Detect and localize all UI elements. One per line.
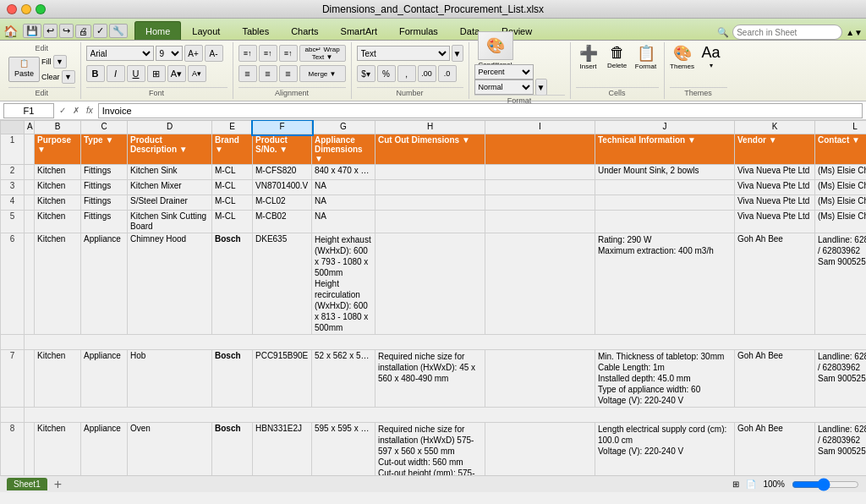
cell-l1[interactable]: Contact ▼	[815, 134, 867, 165]
save-btn[interactable]: 💾	[23, 24, 41, 38]
underline-button[interactable]: U	[127, 65, 145, 82]
font-decrease-btn[interactable]: A-	[205, 45, 223, 62]
border-button[interactable]: ⊞	[147, 65, 166, 82]
cell-a1[interactable]	[25, 134, 35, 165]
col-header-e[interactable]: E	[212, 121, 253, 134]
merge-btn[interactable]: Merge ▼	[299, 65, 346, 82]
align-left-top-btn[interactable]: ≡↑	[238, 45, 257, 62]
tab-charts[interactable]: Charts	[280, 21, 329, 40]
align-right-top-btn[interactable]: ≡↑	[279, 45, 298, 62]
currency-btn[interactable]: $▾	[357, 65, 375, 82]
window-title: Dimensions_and_Contact_Procurement_List.…	[322, 3, 544, 15]
align-center-btn[interactable]: ≡	[259, 65, 277, 82]
close-button[interactable]	[7, 4, 17, 14]
col-header-k[interactable]: K	[735, 121, 815, 134]
table-row: 4 Kitchen Fittings S/Steel Drainer M-CL …	[1, 195, 867, 211]
themes-btn[interactable]: 🎨	[673, 44, 692, 63]
clear-label: Clear	[41, 73, 60, 81]
insert-btn[interactable]: ➕	[579, 44, 598, 63]
fx-icon: fx	[86, 106, 93, 115]
search-input[interactable]	[732, 25, 842, 40]
font-size-select[interactable]: 9	[156, 46, 183, 61]
align-center-top-btn[interactable]: ≡↑	[259, 45, 277, 62]
redo-btn[interactable]: ↪	[59, 24, 74, 38]
page-view-btn[interactable]: 📄	[746, 479, 756, 489]
cell-b1[interactable]: Purpose ▼	[35, 134, 81, 165]
title-bar: Dimensions_and_Contact_Procurement_List.…	[0, 0, 866, 19]
row-num-1[interactable]: 1	[1, 134, 25, 165]
normal-view-btn[interactable]: ⊞	[732, 479, 739, 489]
print-btn[interactable]: 🖨	[75, 25, 91, 38]
formula-bar: F1 ✓ ✗ fx Invoice	[0, 101, 866, 120]
undo-btn[interactable]: ↩	[43, 24, 58, 38]
col-header-a[interactable]: A	[25, 121, 35, 134]
cell-e1[interactable]: Brand ▼	[212, 134, 253, 165]
bold-button[interactable]: B	[86, 65, 105, 82]
percent-format-select[interactable]: Percent	[474, 64, 534, 79]
col-header-j[interactable]: J	[595, 121, 735, 134]
aa-btn[interactable]: Aa	[702, 44, 721, 62]
number-format-select[interactable]: Text	[357, 46, 450, 61]
add-sheet-btn[interactable]: +	[54, 477, 62, 492]
cell-g1[interactable]: Appliance Dimensions ▼	[312, 134, 375, 165]
col-header-l[interactable]: L	[815, 121, 867, 134]
percent-btn[interactable]: %	[377, 65, 396, 82]
col-header-b[interactable]: B	[35, 121, 81, 134]
col-header-c[interactable]: C	[81, 121, 128, 134]
decimal-dec-btn[interactable]: .0	[438, 65, 457, 82]
align-right-btn[interactable]: ≡	[279, 65, 298, 82]
cell-reference-input[interactable]: F1	[3, 103, 54, 118]
highlight-button[interactable]: A▾	[167, 65, 186, 82]
minimize-button[interactable]	[21, 4, 31, 14]
comma-btn[interactable]: ,	[397, 65, 416, 82]
fill-button[interactable]: ▼	[53, 55, 67, 68]
format-btn[interactable]: 🔧	[109, 24, 128, 38]
format-cells-btn[interactable]: 📋	[637, 44, 655, 63]
tab-tables[interactable]: Tables	[231, 21, 280, 40]
col-header-f[interactable]: F	[253, 121, 312, 134]
italic-button[interactable]: I	[107, 65, 125, 82]
font-family-select[interactable]: Arial	[86, 46, 154, 61]
cell-f1[interactable]: Product S/No. ▼	[253, 134, 312, 165]
col-header-h[interactable]: H	[375, 121, 485, 134]
delete-btn[interactable]: 🗑	[610, 44, 625, 62]
maximize-button[interactable]	[36, 4, 46, 14]
number-format-dropdown-btn[interactable]: ▼	[452, 45, 463, 62]
table-row: 3 Kitchen Fittings Kitchen Mixer M-CL VN…	[1, 180, 867, 195]
conditional-format-btn[interactable]: 🎨	[478, 31, 513, 60]
window-controls[interactable]	[7, 4, 46, 14]
sheet-tab[interactable]: Sheet1	[7, 478, 47, 490]
cell-j1[interactable]: Technical Information ▼	[595, 134, 735, 165]
paste-button[interactable]: 📋 Paste	[8, 57, 40, 82]
style-select[interactable]: Normal	[474, 79, 534, 95]
formula-input[interactable]: Invoice	[98, 103, 863, 118]
font-increase-btn[interactable]: A+	[184, 45, 203, 62]
table-row	[1, 335, 867, 350]
tab-home[interactable]: Home	[134, 21, 181, 40]
cell-i1[interactable]	[485, 134, 595, 165]
cell-h1[interactable]: Cut Out Dimensions ▼	[375, 134, 485, 165]
tab-smartart[interactable]: SmartArt	[330, 21, 388, 40]
style-dropdown-btn[interactable]: ▼	[535, 79, 547, 96]
cell-k1[interactable]: Vendor ▼	[735, 134, 815, 165]
col-header-g[interactable]: G	[312, 121, 375, 134]
cell-d1[interactable]: Product Description ▼	[128, 134, 212, 165]
align-left-btn[interactable]: ≡	[238, 65, 257, 82]
wrap-text-btn[interactable]: abc↵ Wrap Text ▼	[299, 45, 346, 62]
spellcheck-btn[interactable]: ✓	[93, 24, 107, 38]
ribbon-tabs: 🏠 💾 ↩ ↪ 🖨 ✓ 🔧 Home Layout Tables Charts …	[0, 19, 866, 41]
corner-cell	[1, 121, 25, 134]
decimal-inc-btn[interactable]: .00	[418, 65, 436, 82]
tab-layout[interactable]: Layout	[181, 21, 231, 40]
cancel-icon: ✗	[73, 106, 79, 115]
clear-button[interactable]: ▼	[62, 70, 75, 84]
font-color-button[interactable]: A▾	[188, 65, 206, 82]
table-row: 6 Kitchen Appliance Chimney Hood Bosch D…	[1, 233, 867, 335]
status-bar: Sheet1 + ⊞ 📄 100%	[0, 475, 866, 492]
tab-formulas[interactable]: Formulas	[388, 21, 449, 40]
cell-c1[interactable]: Type ▼	[81, 134, 128, 165]
zoom-slider[interactable]	[792, 479, 859, 490]
zoom-level: 100%	[763, 479, 785, 489]
col-header-d[interactable]: D	[128, 121, 212, 134]
col-header-i[interactable]: I	[485, 121, 595, 134]
